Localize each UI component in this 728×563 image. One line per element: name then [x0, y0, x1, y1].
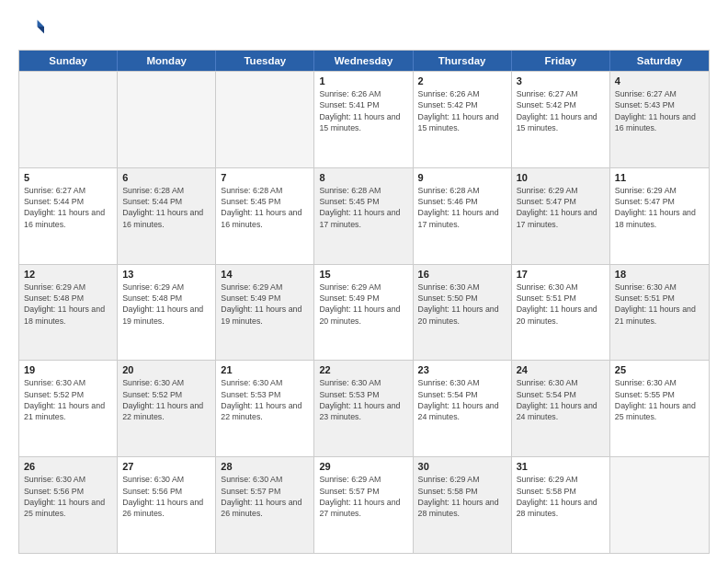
calendar-cell: 23Sunrise: 6:30 AMSunset: 5:54 PMDayligh…	[414, 361, 512, 456]
day-number: 3	[517, 75, 605, 86]
calendar-cell	[118, 72, 216, 167]
day-number: 7	[221, 172, 309, 183]
calendar-cell: 31Sunrise: 6:29 AMSunset: 5:58 PMDayligh…	[512, 457, 610, 553]
day-number: 30	[418, 461, 506, 472]
calendar-page: SundayMondayTuesdayWednesdayThursdayFrid…	[0, 0, 728, 563]
calendar-cell: 27Sunrise: 6:30 AMSunset: 5:56 PMDayligh…	[118, 457, 216, 553]
calendar-cell: 24Sunrise: 6:30 AMSunset: 5:54 PMDayligh…	[512, 361, 610, 456]
day-number: 19	[24, 364, 112, 375]
calendar-cell: 6Sunrise: 6:28 AMSunset: 5:44 PMDaylight…	[118, 168, 216, 264]
calendar-cell: 13Sunrise: 6:29 AMSunset: 5:48 PMDayligh…	[118, 265, 216, 361]
day-number: 27	[122, 461, 210, 472]
day-info: Sunrise: 6:27 AMSunset: 5:43 PMDaylight:…	[615, 88, 704, 133]
day-number: 28	[221, 461, 309, 472]
day-info: Sunrise: 6:28 AMSunset: 5:45 PMDaylight:…	[319, 185, 407, 230]
calendar-cell	[610, 457, 709, 553]
calendar-cell: 14Sunrise: 6:29 AMSunset: 5:49 PMDayligh…	[216, 265, 314, 361]
day-number: 29	[319, 461, 407, 472]
calendar-row: 19Sunrise: 6:30 AMSunset: 5:52 PMDayligh…	[19, 360, 709, 456]
calendar-body: 1Sunrise: 6:26 AMSunset: 5:41 PMDaylight…	[19, 71, 709, 553]
day-info: Sunrise: 6:30 AMSunset: 5:55 PMDaylight:…	[615, 377, 704, 422]
day-info: Sunrise: 6:27 AMSunset: 5:42 PMDaylight:…	[517, 88, 605, 133]
day-info: Sunrise: 6:30 AMSunset: 5:51 PMDaylight:…	[517, 282, 605, 327]
day-number: 26	[24, 461, 112, 472]
day-info: Sunrise: 6:29 AMSunset: 5:49 PMDaylight:…	[221, 282, 309, 327]
calendar-cell: 3Sunrise: 6:27 AMSunset: 5:42 PMDaylight…	[512, 72, 610, 167]
day-info: Sunrise: 6:29 AMSunset: 5:47 PMDaylight:…	[615, 185, 704, 230]
day-info: Sunrise: 6:30 AMSunset: 5:56 PMDaylight:…	[24, 474, 112, 519]
calendar-cell: 17Sunrise: 6:30 AMSunset: 5:51 PMDayligh…	[512, 265, 610, 361]
day-number: 24	[517, 364, 605, 375]
calendar-row: 5Sunrise: 6:27 AMSunset: 5:44 PMDaylight…	[19, 167, 709, 264]
day-of-week-header: Tuesday	[216, 51, 314, 71]
day-info: Sunrise: 6:30 AMSunset: 5:53 PMDaylight:…	[319, 377, 407, 422]
calendar-cell: 11Sunrise: 6:29 AMSunset: 5:47 PMDayligh…	[610, 168, 709, 264]
day-of-week-header: Saturday	[610, 51, 709, 71]
day-number: 16	[418, 269, 506, 280]
day-info: Sunrise: 6:28 AMSunset: 5:44 PMDaylight:…	[122, 185, 210, 230]
day-info: Sunrise: 6:30 AMSunset: 5:53 PMDaylight:…	[221, 377, 309, 422]
calendar-cell: 26Sunrise: 6:30 AMSunset: 5:56 PMDayligh…	[19, 457, 118, 553]
day-info: Sunrise: 6:30 AMSunset: 5:54 PMDaylight:…	[517, 377, 605, 422]
logo	[18, 15, 48, 40]
page-header	[18, 15, 710, 40]
day-info: Sunrise: 6:27 AMSunset: 5:44 PMDaylight:…	[24, 185, 112, 230]
calendar-cell: 1Sunrise: 6:26 AMSunset: 5:41 PMDaylight…	[314, 72, 413, 167]
day-info: Sunrise: 6:29 AMSunset: 5:58 PMDaylight:…	[418, 474, 506, 519]
day-of-week-header: Wednesday	[314, 51, 413, 71]
calendar-cell: 9Sunrise: 6:28 AMSunset: 5:46 PMDaylight…	[414, 168, 512, 264]
calendar-cell: 19Sunrise: 6:30 AMSunset: 5:52 PMDayligh…	[19, 361, 118, 456]
calendar-cell: 16Sunrise: 6:30 AMSunset: 5:50 PMDayligh…	[414, 265, 512, 361]
day-number: 4	[615, 75, 704, 86]
calendar-cell	[19, 72, 118, 167]
day-number: 9	[418, 172, 506, 183]
day-info: Sunrise: 6:26 AMSunset: 5:42 PMDaylight:…	[418, 88, 506, 133]
day-info: Sunrise: 6:28 AMSunset: 5:45 PMDaylight:…	[221, 185, 309, 230]
day-info: Sunrise: 6:29 AMSunset: 5:49 PMDaylight:…	[319, 282, 407, 327]
calendar-cell: 30Sunrise: 6:29 AMSunset: 5:58 PMDayligh…	[414, 457, 512, 553]
day-of-week-header: Thursday	[414, 51, 512, 71]
day-number: 8	[319, 172, 407, 183]
calendar-cell: 20Sunrise: 6:30 AMSunset: 5:52 PMDayligh…	[118, 361, 216, 456]
day-number: 2	[418, 75, 506, 86]
day-number: 23	[418, 364, 506, 375]
day-info: Sunrise: 6:26 AMSunset: 5:41 PMDaylight:…	[319, 88, 407, 133]
day-number: 18	[615, 269, 704, 280]
calendar-cell: 25Sunrise: 6:30 AMSunset: 5:55 PMDayligh…	[610, 361, 709, 456]
logo-icon	[18, 15, 44, 40]
calendar-cell: 29Sunrise: 6:29 AMSunset: 5:57 PMDayligh…	[314, 457, 413, 553]
day-info: Sunrise: 6:30 AMSunset: 5:50 PMDaylight:…	[418, 282, 506, 327]
day-info: Sunrise: 6:29 AMSunset: 5:47 PMDaylight:…	[517, 185, 605, 230]
calendar-cell: 21Sunrise: 6:30 AMSunset: 5:53 PMDayligh…	[216, 361, 314, 456]
day-info: Sunrise: 6:29 AMSunset: 5:48 PMDaylight:…	[122, 282, 210, 327]
day-number: 31	[517, 461, 605, 472]
day-number: 14	[221, 269, 309, 280]
calendar-cell: 10Sunrise: 6:29 AMSunset: 5:47 PMDayligh…	[512, 168, 610, 264]
day-number: 21	[221, 364, 309, 375]
calendar-cell	[216, 72, 314, 167]
day-number: 25	[615, 364, 704, 375]
day-info: Sunrise: 6:29 AMSunset: 5:48 PMDaylight:…	[24, 282, 112, 327]
calendar-cell: 12Sunrise: 6:29 AMSunset: 5:48 PMDayligh…	[19, 265, 118, 361]
day-info: Sunrise: 6:30 AMSunset: 5:52 PMDaylight:…	[24, 377, 112, 422]
calendar-header: SundayMondayTuesdayWednesdayThursdayFrid…	[19, 51, 709, 71]
day-info: Sunrise: 6:30 AMSunset: 5:56 PMDaylight:…	[122, 474, 210, 519]
day-info: Sunrise: 6:28 AMSunset: 5:46 PMDaylight:…	[418, 185, 506, 230]
calendar-row: 26Sunrise: 6:30 AMSunset: 5:56 PMDayligh…	[19, 456, 709, 553]
calendar-cell: 28Sunrise: 6:30 AMSunset: 5:57 PMDayligh…	[216, 457, 314, 553]
calendar-cell: 15Sunrise: 6:29 AMSunset: 5:49 PMDayligh…	[314, 265, 413, 361]
calendar-cell: 22Sunrise: 6:30 AMSunset: 5:53 PMDayligh…	[314, 361, 413, 456]
calendar-cell: 2Sunrise: 6:26 AMSunset: 5:42 PMDaylight…	[414, 72, 512, 167]
day-number: 13	[122, 269, 210, 280]
day-info: Sunrise: 6:30 AMSunset: 5:54 PMDaylight:…	[418, 377, 506, 422]
calendar-cell: 8Sunrise: 6:28 AMSunset: 5:45 PMDaylight…	[314, 168, 413, 264]
day-number: 1	[319, 75, 407, 86]
day-number: 22	[319, 364, 407, 375]
day-of-week-header: Friday	[512, 51, 610, 71]
day-info: Sunrise: 6:29 AMSunset: 5:58 PMDaylight:…	[517, 474, 605, 519]
calendar-cell: 18Sunrise: 6:30 AMSunset: 5:51 PMDayligh…	[610, 265, 709, 361]
day-number: 17	[517, 269, 605, 280]
day-number: 11	[615, 172, 704, 183]
day-of-week-header: Sunday	[19, 51, 118, 71]
day-info: Sunrise: 6:30 AMSunset: 5:51 PMDaylight:…	[615, 282, 704, 327]
